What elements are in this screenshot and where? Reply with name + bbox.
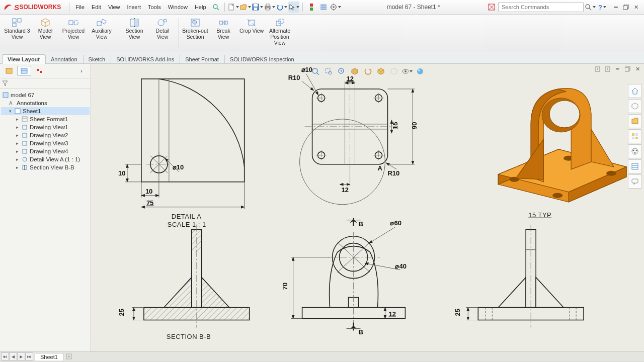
ribbon-projected-view[interactable]: Projected View (59, 17, 88, 41)
rail-file-explorer-icon[interactable] (628, 114, 642, 128)
help-button[interactable]: ? (597, 2, 608, 13)
tree-drawing-view4[interactable]: ▸Drawing View4 (1, 147, 90, 155)
svg-point-72 (418, 69, 420, 71)
rail-custom-props-icon[interactable] (628, 159, 642, 173)
sheet-tabs: ⏮ ◀ ▶ ⏭ Sheet1 (0, 351, 644, 361)
settings-button[interactable] (330, 2, 341, 13)
svg-rect-7 (266, 4, 269, 6)
display-style-icon[interactable] (375, 66, 386, 77)
svg-text:12: 12 (388, 310, 395, 318)
view-orient-icon[interactable] (362, 66, 373, 77)
task-pane-icon[interactable] (486, 2, 497, 13)
print-button[interactable] (264, 2, 275, 13)
ribbon-broken-out-section[interactable]: Broken-out Section (181, 17, 209, 41)
svg-line-133 (386, 163, 396, 169)
prev-view-icon[interactable] (336, 66, 347, 77)
svg-point-37 (164, 19, 167, 22)
ribbon: Standard 3 View Model View Projected Vie… (0, 15, 644, 51)
minimize-button[interactable]: ━ (612, 3, 621, 11)
tree-drawing-view3[interactable]: ▸Drawing View3 (1, 139, 90, 147)
rebuild-button[interactable] (306, 2, 317, 13)
tab-sketch[interactable]: Sketch (83, 54, 111, 64)
svg-point-82 (633, 150, 634, 151)
tab-addins[interactable]: SOLIDWORKS Add-Ins (111, 54, 180, 64)
tree-root[interactable]: model 67 (1, 91, 90, 99)
sheet-prev-icon[interactable]: ◀ (9, 352, 17, 360)
svg-text:DETAIL A: DETAIL A (172, 213, 201, 220)
ribbon-standard-3view[interactable]: Standard 3 View (3, 17, 31, 41)
svg-point-15 (333, 6, 335, 8)
eye-icon[interactable] (401, 66, 413, 77)
menu-insert[interactable]: Insert (124, 3, 144, 11)
svg-rect-27 (13, 19, 16, 22)
zoom-area-icon[interactable] (323, 66, 334, 77)
rail-home-icon[interactable] (628, 84, 642, 98)
restore-button[interactable] (622, 3, 631, 11)
ribbon-model-view[interactable]: Model View (31, 17, 59, 41)
zoom-fit-icon[interactable] (310, 66, 321, 77)
rail-appearances-icon[interactable] (628, 144, 642, 158)
panel-expand-icon[interactable]: › (74, 66, 89, 76)
svg-text:15 TYP: 15 TYP (528, 211, 551, 219)
tree-drawing-view1[interactable]: ▸Drawing View1 (1, 123, 90, 131)
tab-inspection[interactable]: SOLIDWORKS Inspection (224, 54, 300, 64)
tab-view-layout[interactable]: View Layout (2, 54, 45, 64)
save-button[interactable] (252, 2, 263, 13)
ribbon-alternate-position[interactable]: Alternate Position View (266, 17, 294, 47)
options-list-button[interactable] (318, 2, 329, 13)
rail-forum-icon[interactable] (628, 174, 642, 189)
menu-edit[interactable]: Edit (89, 3, 104, 11)
doc-close-button[interactable]: ✕ (633, 65, 642, 73)
tab-sheet-format[interactable]: Sheet Format (180, 54, 224, 64)
tree-drawing-view2[interactable]: ▸Drawing View2 (1, 131, 90, 139)
select-button[interactable] (288, 2, 299, 13)
sheet-last-icon[interactable]: ⏭ (25, 352, 33, 360)
menu-view[interactable]: View (105, 3, 123, 11)
svg-rect-54 (15, 109, 20, 114)
drawing-canvas[interactable]: ━ ✕ (91, 64, 644, 351)
command-search[interactable] (498, 2, 584, 12)
tree-section-view-bb[interactable]: ▸Section View B-B (1, 163, 90, 171)
new-button[interactable] (228, 2, 239, 13)
panel-tab-config[interactable] (32, 66, 46, 76)
add-sheet-icon[interactable] (65, 353, 73, 360)
doc-minimize-button[interactable]: ━ (613, 65, 622, 73)
feature-tree: model 67 AAnnotations ▾Sheet1 ▸Sheet For… (0, 89, 91, 351)
panel-tab-property[interactable] (17, 66, 31, 76)
ribbon-auxiliary-view[interactable]: Auxiliary View (88, 17, 116, 41)
sheet-next-icon[interactable]: ▶ (17, 352, 25, 360)
doc-restore-button[interactable] (623, 65, 632, 73)
doc-next-icon[interactable] (603, 65, 612, 73)
undo-button[interactable] (276, 2, 287, 13)
open-button[interactable] (240, 2, 251, 13)
appearance-icon[interactable] (415, 66, 426, 77)
doc-prev-icon[interactable] (593, 65, 602, 73)
sheet-tab-1[interactable]: Sheet1 (35, 353, 63, 360)
svg-rect-10 (310, 8, 313, 11)
rail-library-icon[interactable] (628, 99, 642, 113)
section-view-icon[interactable] (349, 66, 360, 77)
svg-rect-58 (23, 133, 27, 137)
tab-annotation[interactable]: Annotation (45, 54, 83, 64)
menu-window[interactable]: Window (165, 3, 191, 11)
rail-view-palette-icon[interactable] (628, 129, 642, 143)
search-go-icon[interactable] (585, 2, 596, 13)
menu-tools[interactable]: Tools (145, 3, 164, 11)
ribbon-detail-view[interactable]: Detail View (148, 17, 177, 41)
tree-sheet-format1[interactable]: ▸Sheet Format1 (1, 115, 90, 123)
ribbon-crop-view[interactable]: Crop View (237, 17, 266, 35)
ribbon-break-view[interactable]: Break View (209, 17, 237, 41)
menu-search-icon[interactable] (210, 2, 221, 13)
panel-tab-feature[interactable] (2, 66, 16, 76)
close-button[interactable]: ✕ (632, 3, 641, 11)
tree-annotations[interactable]: AAnnotations (1, 99, 90, 107)
tree-detail-view-a[interactable]: ▸Detail View A (1 : 1) (1, 155, 90, 163)
filter-icon[interactable] (2, 80, 8, 86)
sheet-first-icon[interactable]: ⏮ (1, 352, 9, 360)
menu-help[interactable]: Help (192, 3, 209, 11)
command-search-input[interactable] (501, 4, 581, 11)
menu-file[interactable]: File (72, 3, 88, 11)
hide-show-icon[interactable] (388, 66, 399, 77)
ribbon-section-view[interactable]: Section View (120, 17, 148, 41)
tree-sheet1[interactable]: ▾Sheet1 (1, 107, 90, 115)
